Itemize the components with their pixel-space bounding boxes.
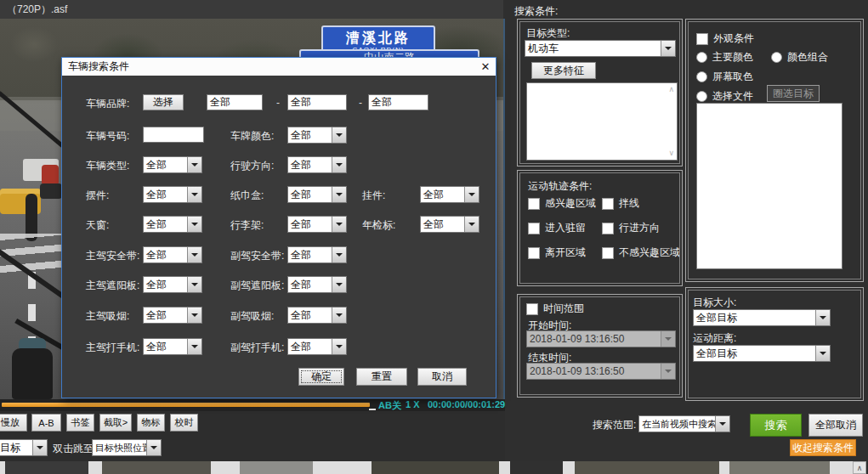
dialog-field-select-value: 全部 [421, 187, 464, 202]
video-thumbnail[interactable] [372, 461, 499, 474]
more-features-button[interactable]: 更多特征 [531, 62, 596, 79]
chevron-down-icon [332, 157, 346, 172]
cancel-all-button[interactable]: 全部取消 [808, 414, 863, 437]
trajectory-checkbox-2[interactable]: 拌线 [602, 196, 639, 211]
player-button-4[interactable]: 截取> [99, 414, 132, 432]
ab-repeat-status[interactable]: AB关 [378, 399, 401, 412]
dialog-field-select[interactable]: 全部 [287, 216, 347, 233]
dialog-field-select[interactable]: 全部 [420, 216, 479, 233]
dialog-field-label: 主驾吸烟: [86, 309, 129, 324]
motorcycle [12, 348, 53, 399]
video-thumbnail[interactable] [729, 461, 830, 474]
dialog-field-select[interactable]: 全部 [143, 276, 202, 293]
dialog-field-label: 纸巾盒: [230, 189, 264, 203]
video-thumbnail[interactable] [510, 461, 563, 474]
dialog-field-select-value: 全部 [288, 127, 332, 143]
dialog-field-select-value: 全部 [288, 187, 332, 202]
circle-target-button: 圈选目标 [767, 85, 820, 102]
search-button[interactable]: 搜索 [750, 414, 802, 437]
dialog-field-select[interactable]: 全部 [143, 246, 202, 263]
dialog-field-select[interactable]: 全部 [143, 156, 202, 173]
appearance-checkbox[interactable]: 外观条件 [696, 31, 754, 46]
player-button-1[interactable]: 慢放 [0, 414, 27, 432]
radio-icon [696, 91, 707, 102]
cancel-button[interactable]: 取消 [417, 368, 467, 386]
motion-distance-select[interactable]: 全部目标 [693, 345, 831, 362]
chevron-down-icon [332, 308, 346, 323]
dialog-field-select[interactable]: 全部 [143, 186, 202, 203]
trajectory-group: 运动轨迹条件: 感兴趣区域拌线进入驻留行进方向离开区域不感兴趣区域 [517, 170, 683, 286]
dialog-field-select[interactable]: 全部 [287, 307, 347, 324]
target-type-value: 机动车 [525, 41, 661, 56]
target-type-label: 目标类型: [526, 26, 570, 41]
time-range-checkbox[interactable]: 时间范围 [526, 302, 584, 316]
radio-color-combo[interactable]: 颜色组合 [771, 50, 828, 65]
scroll-down-icon[interactable]: ∨ [668, 150, 674, 157]
dialog-field-select[interactable]: 全部 [287, 246, 347, 263]
video-thumbnail[interactable] [5, 461, 88, 474]
chevron-up-icon: ∧ [857, 464, 863, 472]
dialog-field-select-value: 全部 [144, 187, 187, 202]
radio-choose-file[interactable]: 选择文件 [696, 89, 753, 104]
time-range-label: 时间范围 [543, 302, 584, 316]
trajectory-checkbox-6[interactable]: 不感兴趣区域 [602, 245, 680, 260]
video-thumbnail[interactable] [240, 461, 313, 474]
chevron-down-icon [332, 127, 346, 143]
dialog-field-select-value: 全部 [144, 308, 187, 323]
trajectory-checkbox-4[interactable]: 行进方向 [602, 221, 660, 235]
scroll-up-icon[interactable]: ∧ [668, 86, 674, 93]
video-thumbnail[interactable] [102, 461, 211, 474]
target-type-select[interactable]: 机动车 [525, 40, 676, 57]
vehicle-number-input[interactable] [143, 127, 204, 143]
trajectory-checkbox-5[interactable]: 离开区域 [528, 245, 586, 260]
collapse-search-button[interactable]: 收起搜索条件 [790, 439, 856, 456]
search-scope-label: 搜索范围: [593, 418, 636, 432]
show-target-select[interactable]: 示目标 [0, 439, 48, 456]
chevron-down-icon [332, 217, 346, 232]
target-size-group: 目标大小: 全部目标 运动距离: 全部目标 [685, 287, 864, 401]
player-controls-row: 慢放A-B书签截取>物标校时 [0, 414, 503, 432]
playback-progress-bar[interactable] [2, 403, 370, 407]
trajectory-checkbox-1[interactable]: 感兴趣区域 [528, 196, 596, 211]
scroll-up-button[interactable]: ∧ [853, 461, 866, 474]
chevron-down-icon [187, 277, 201, 292]
video-thumbnail[interactable] [575, 461, 719, 474]
target-size-select[interactable]: 全部目标 [693, 309, 831, 326]
end-time-select: 2018-01-09 13:16:50 [526, 363, 676, 380]
reset-button[interactable]: 重置 [356, 368, 407, 386]
dialog-field-select-value: 全部 [288, 339, 332, 354]
dialog-field-select[interactable]: 全部 [420, 186, 479, 203]
end-time-value: 2018-01-09 13:16:50 [527, 364, 661, 379]
dialog-field-select[interactable]: 全部 [287, 156, 347, 173]
result-thumbnail-strip [0, 461, 853, 474]
chevron-down-icon [715, 416, 729, 432]
playback-cursor[interactable] [369, 409, 376, 410]
trajectory-checkbox-3[interactable]: 进入驻留 [528, 221, 586, 235]
player-button-6[interactable]: 校时 [170, 414, 198, 432]
player-button-2[interactable]: A-B [31, 414, 61, 432]
motion-distance-label: 运动距离: [693, 331, 736, 346]
dialog-field-select[interactable]: 全部 [143, 216, 202, 233]
chevron-down-icon [332, 277, 346, 292]
radio-screen-pick[interactable]: 屏幕取色 [696, 70, 753, 84]
dialog-field-select[interactable]: 全部 [287, 127, 347, 144]
dialog-field-select[interactable]: 全部 [287, 276, 347, 293]
chevron-down-icon [815, 310, 830, 325]
ok-button[interactable]: 确定 [298, 368, 344, 386]
dialog-field-label: 年检标: [362, 218, 395, 233]
dialog-field-select[interactable]: 全部 [287, 338, 347, 355]
jump-target-select[interactable]: 目标快照位置 [92, 439, 162, 456]
dialog-field-label: 副驾遮阳板: [230, 279, 284, 293]
dialog-field-select[interactable]: 全部 [143, 338, 202, 355]
target-type-group: 目标类型: 机动车 更多特征 ∧ ∨ [517, 19, 683, 166]
dialog-field-select[interactable]: 全部 [287, 186, 347, 203]
trajectory-checkbox-label: 进入驻留 [545, 221, 586, 235]
chevron-down-icon [815, 346, 830, 361]
playback-speed: 1 X [406, 399, 420, 409]
dialog-field-select[interactable]: 全部 [143, 307, 202, 324]
radio-main-color[interactable]: 主要颜色 [696, 50, 753, 65]
player-button-5[interactable]: 物标 [137, 414, 165, 432]
feature-listbox[interactable]: ∧ ∨ [526, 82, 678, 161]
search-scope-select[interactable]: 在当前视频中搜索 [638, 415, 730, 432]
player-button-3[interactable]: 书签 [66, 414, 94, 432]
